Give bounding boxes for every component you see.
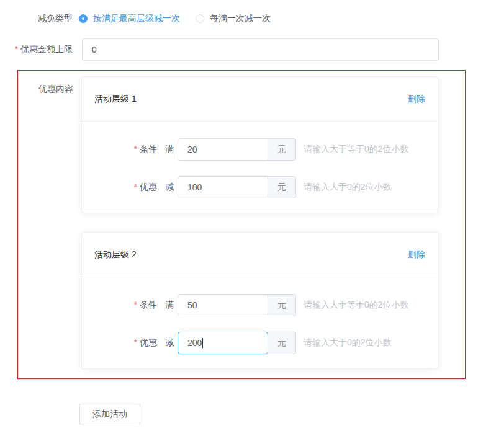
radio-option-label: 每满一次减一次 (210, 13, 271, 24)
radio-option-highest-tier[interactable]: 按满足最高层级减一次 (79, 13, 180, 24)
tier-card-title: 活动层级 1 (94, 94, 137, 105)
reduction-type-label: 减免类型 (0, 13, 73, 24)
condition-input[interactable] (178, 138, 268, 161)
tier-card-1: 活动层级 1 删除 *条件 满 元 请输入大于等于0的2位小数 *优惠 (81, 76, 438, 213)
tier-card-title: 活动层级 2 (94, 249, 137, 260)
add-activity-button[interactable]: 添加活动 (79, 403, 140, 425)
unit-append: 元 (268, 176, 296, 198)
discount-prefix: 减 (165, 182, 174, 193)
required-asterisk: * (134, 300, 137, 309)
condition-hint: 请输入大于等于0的2位小数 (304, 144, 409, 155)
condition-hint: 请输入大于等于0的2位小数 (304, 300, 409, 311)
tier-card-body: *条件 满 元 请输入大于等于0的2位小数 *优惠 减 (82, 277, 438, 368)
condition-input-group: 元 (178, 138, 296, 161)
condition-row: *条件 满 元 请输入大于等于0的2位小数 (82, 138, 438, 161)
text-cursor (202, 338, 203, 348)
required-asterisk: * (15, 44, 18, 54)
required-asterisk: * (134, 182, 137, 192)
discount-input[interactable] (178, 176, 268, 198)
unit-append: 元 (268, 332, 296, 354)
discount-limit-label: *优惠金额上限 (0, 44, 73, 55)
discount-label: *优惠 (128, 182, 157, 193)
radio-unselected-icon[interactable] (196, 14, 204, 23)
discount-input-group-focused: 元 (178, 332, 296, 354)
condition-row: *条件 满 元 请输入大于等于0的2位小数 (82, 294, 438, 316)
condition-label: *条件 (128, 300, 157, 311)
radio-selected-icon[interactable] (79, 14, 88, 23)
discount-hint: 请输入大于0的2位小数 (304, 182, 392, 193)
tier-card-header: 活动层级 1 删除 (82, 77, 438, 122)
unit-append: 元 (268, 294, 296, 316)
discount-row: *优惠 减 元 请输入大于0的2位小数 (82, 176, 438, 198)
tier-card-2: 活动层级 2 删除 *条件 满 元 请输入大于等于0的2位小数 *优惠 (81, 232, 438, 369)
reduction-type-row: 减免类型 按满足最高层级减一次 每满一次减一次 (0, 12, 504, 25)
discount-label: *优惠 (128, 337, 157, 349)
discount-input-group: 元 (178, 176, 296, 198)
required-asterisk: * (134, 337, 137, 347)
discount-row: *优惠 减 元 请输入大于0的2位小数 (82, 332, 438, 354)
tier-cards: 活动层级 1 删除 *条件 满 元 请输入大于等于0的2位小数 *优惠 (81, 71, 438, 369)
discount-input[interactable] (178, 332, 268, 354)
discount-limit-input[interactable] (82, 38, 439, 61)
radio-option-label: 按满足最高层级减一次 (93, 13, 180, 24)
discount-hint: 请输入大于0的2位小数 (304, 337, 392, 349)
promotion-form: 减免类型 按满足最高层级减一次 每满一次减一次 *优惠金额上限 优惠内容 活动层… (0, 0, 504, 425)
condition-prefix: 满 (165, 300, 174, 311)
discount-prefix: 减 (165, 337, 174, 349)
required-asterisk: * (134, 144, 137, 154)
discount-content-section: 优惠内容 活动层级 1 删除 *条件 满 元 请输入大于等于0 (17, 70, 466, 379)
delete-tier-link[interactable]: 删除 (408, 94, 425, 105)
unit-append: 元 (268, 138, 296, 161)
delete-tier-link[interactable]: 删除 (408, 249, 425, 260)
discount-content-label: 优惠内容 (18, 71, 73, 369)
tier-card-body: *条件 满 元 请输入大于等于0的2位小数 *优惠 减 元 (82, 122, 438, 213)
condition-input[interactable] (178, 294, 268, 316)
condition-label: *条件 (128, 144, 157, 155)
discount-limit-row: *优惠金额上限 (0, 38, 504, 61)
radio-option-every-time[interactable]: 每满一次减一次 (196, 13, 271, 24)
condition-prefix: 满 (165, 144, 174, 155)
tier-card-header: 活动层级 2 删除 (82, 233, 438, 277)
condition-input-group: 元 (178, 294, 296, 316)
reduction-type-radio-group: 按满足最高层级减一次 每满一次减一次 (79, 12, 271, 25)
